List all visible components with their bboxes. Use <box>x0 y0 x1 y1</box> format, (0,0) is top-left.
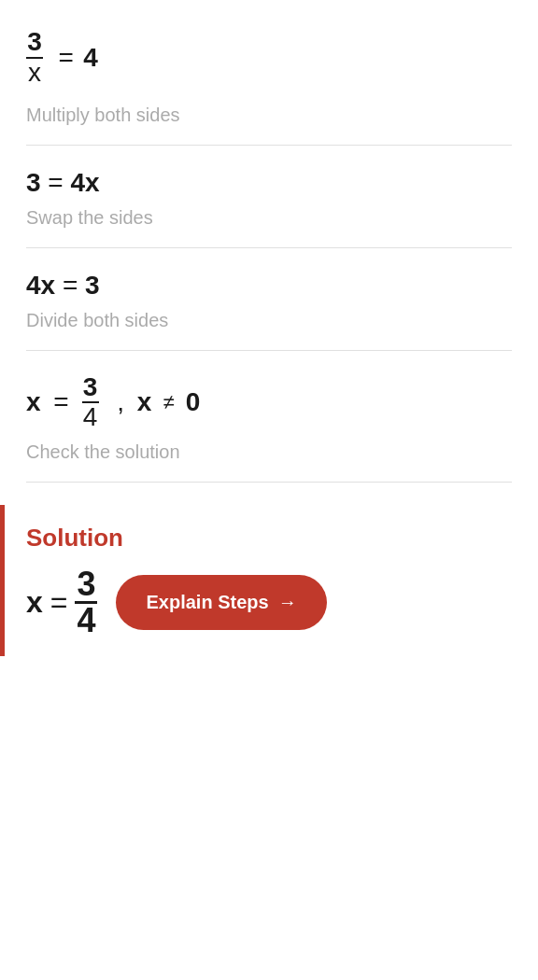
solution-x: x <box>26 585 43 620</box>
solution-row: x = 3 4 Explain Steps → <box>26 567 512 637</box>
solution-fraction: 3 4 <box>75 567 97 637</box>
eq-4x-2: 4x <box>26 271 55 301</box>
solution-denominator: 4 <box>77 604 95 637</box>
result-fraction: 3 4 <box>82 373 99 433</box>
initial-fraction: 3 x <box>26 28 43 88</box>
initial-equals: = <box>58 43 73 72</box>
step-swap-block: 3 = 4x Swap the sides <box>26 168 512 244</box>
solution-equation: x = 3 4 <box>26 567 97 637</box>
initial-equation: 3 x = 4 <box>26 19 512 88</box>
divider-2 <box>26 247 512 248</box>
explain-steps-button[interactable]: Explain Steps → <box>116 575 326 630</box>
initial-value: 4 <box>83 43 98 72</box>
divider-3 <box>26 350 512 351</box>
step-multiply: Multiply both sides <box>26 105 512 141</box>
eq-equals-4: = <box>47 387 77 417</box>
equation-x-3-4: x = 3 4 , x ≠ 0 <box>26 373 512 433</box>
step-check-label: Check the solution <box>26 441 512 478</box>
arrow-right-icon: → <box>278 592 297 613</box>
content-area: 3 x = 4 Multiply both sides 3 = 4x Swap … <box>0 0 538 483</box>
step-divide-block: 4x = 3 Divide both sides <box>26 271 512 346</box>
step-swap-label: Swap the sides <box>26 207 512 244</box>
initial-numerator: 3 <box>27 28 42 57</box>
eq-4x: 4x <box>71 168 100 198</box>
step-check-block: x = 3 4 , x ≠ 0 Check the solution <box>26 373 512 479</box>
result-numerator: 3 <box>83 373 98 402</box>
solution-equals: = <box>50 585 68 620</box>
eq-zero: 0 <box>186 387 201 417</box>
solution-numerator: 3 <box>77 567 95 601</box>
eq-x2: x <box>137 387 152 417</box>
eq-x: x <box>26 387 41 417</box>
divider-4 <box>26 482 512 483</box>
result-denominator: 4 <box>83 403 98 432</box>
step-multiply-label: Multiply both sides <box>26 105 512 141</box>
equation-3-4x: 3 = 4x <box>26 168 512 198</box>
eq-comma: , <box>110 387 132 417</box>
step-divide-label: Divide both sides <box>26 310 512 346</box>
eq-equals-3: = <box>55 271 85 301</box>
solution-section: Solution x = 3 4 Explain Steps → <box>0 505 538 656</box>
eq-3: 3 <box>26 168 41 198</box>
eq-3-2: 3 <box>85 271 100 301</box>
divider-1 <box>26 145 512 146</box>
initial-denominator: x <box>28 59 41 88</box>
eq-neq: ≠ <box>157 390 179 414</box>
explain-steps-label: Explain Steps <box>146 592 268 613</box>
solution-title: Solution <box>26 524 512 553</box>
equation-4x-3: 4x = 3 <box>26 271 512 301</box>
eq-equals-2: = <box>41 168 71 198</box>
